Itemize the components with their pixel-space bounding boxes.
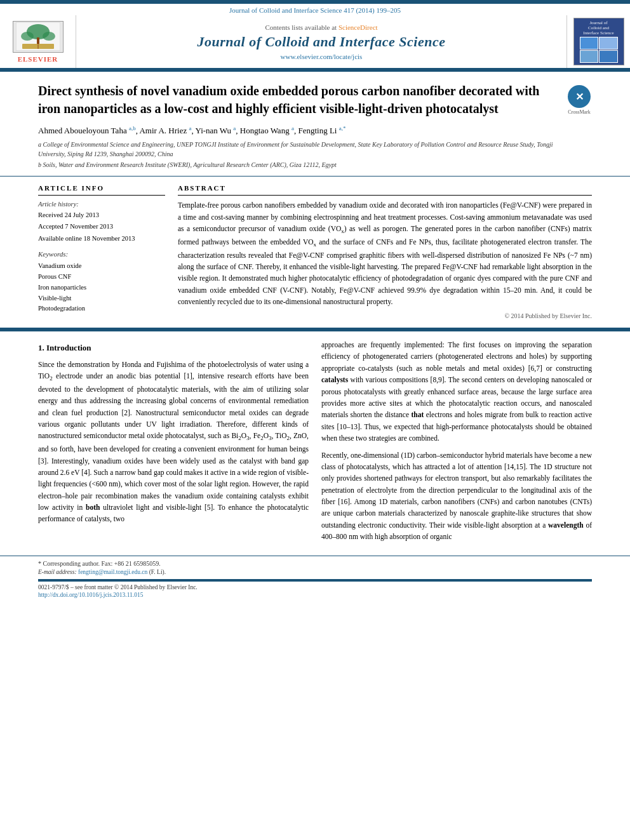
keyword-3: Iron nanoparticles: [38, 283, 165, 293]
keyword-2: Porous CNF: [38, 272, 165, 282]
intro-heading: 1. Introduction: [38, 342, 309, 355]
contents-line: Contents lists available at ScienceDirec…: [265, 23, 377, 31]
keywords-label: Keywords:: [38, 249, 165, 260]
corresponding-note: * Corresponding author. Fax: +86 21 6598…: [38, 560, 592, 567]
elsevier-logo: ELSEVIER: [13, 21, 64, 63]
journal-cover-image: Journal ofColloid andInterface Science: [573, 18, 624, 65]
intro-paragraph-1: Since the demonstration by Honda and Fuj…: [38, 359, 309, 525]
cover-cell-1: [580, 37, 599, 50]
article-title-section: Direct synthesis of novel vanadium oxide…: [0, 72, 630, 177]
cover-cell-3: [580, 50, 599, 63]
journal-citation: Journal of Colloid and Interface Science…: [229, 6, 401, 14]
abstract-heading: ABSTRACT: [178, 183, 592, 196]
journal-link-bar: Journal of Colloid and Interface Science…: [0, 4, 630, 15]
journal-title-header: Journal of Colloid and Interface Science: [198, 34, 446, 50]
keyword-1: Vanadium oxide: [38, 261, 165, 271]
received-date: Received 24 July 2013: [38, 210, 165, 220]
elsevier-graphic: [13, 21, 64, 53]
intro-paragraph-2: approaches are frequently implemented: T…: [321, 339, 592, 444]
issn-note: 0021-9797/$ – see front matter © 2014 Pu…: [38, 584, 592, 590]
right-column: approaches are frequently implemented: T…: [321, 339, 592, 548]
crossmark-badge: ✕ CrossMark: [566, 82, 592, 115]
svg-rect-2: [37, 37, 39, 44]
available-date: Available online 18 November 2013: [38, 234, 165, 244]
authors-line: Ahmed Aboueloyoun Taha a,b, Amir A. Hrie…: [38, 125, 560, 136]
two-col-section: ARTICLE INFO Article history: Received 2…: [0, 177, 630, 329]
cover-cell-2: [599, 37, 618, 50]
keyword-4: Visible-light: [38, 293, 165, 303]
elsevier-logo-section: ELSEVIER: [0, 15, 76, 68]
email-address[interactable]: fengting@mail.tongji.edu.cn: [78, 569, 147, 575]
main-content: 1. Introduction Since the demonstration …: [0, 331, 630, 556]
svg-point-3: [21, 32, 34, 41]
crossmark-icon: ✕: [568, 85, 591, 108]
sciencedirect-link[interactable]: ScienceDirect: [338, 23, 378, 31]
article-info-col: ARTICLE INFO Article history: Received 2…: [38, 183, 165, 321]
header-section: ELSEVIER Contents lists available at Sci…: [0, 15, 630, 69]
footer-divider: [38, 579, 592, 582]
header-right: Journal ofColloid andInterface Science: [566, 15, 630, 68]
article-title-block: Direct synthesis of novel vanadium oxide…: [38, 82, 560, 170]
keyword-5: Photodegradation: [38, 303, 165, 314]
affiliations: a College of Environmental Science and E…: [38, 140, 560, 170]
email-note: E-mail address: fengting@mail.tongji.edu…: [38, 569, 592, 575]
cover-top-text: Journal ofColloid andInterface Science: [583, 20, 613, 36]
cover-cell-4: [599, 50, 618, 63]
svg-point-4: [43, 32, 55, 41]
doi-link[interactable]: http://dx.doi.org/10.1016/j.jcis.2013.11…: [38, 592, 592, 598]
article-title: Direct synthesis of novel vanadium oxide…: [38, 82, 560, 117]
header-center: Contents lists available at ScienceDirec…: [76, 15, 566, 68]
abstract-text: Template-free porous carbon nanofibers e…: [178, 199, 592, 307]
history-label: Article history:: [38, 199, 165, 210]
intro-paragraph-3: Recently, one-dimensional (1D) carbon–se…: [321, 450, 592, 543]
left-column: 1. Introduction Since the demonstration …: [38, 339, 309, 548]
cover-grid: [580, 37, 618, 63]
abstract-col: ABSTRACT Template-free porous carbon nan…: [178, 183, 592, 321]
article-info-heading: ARTICLE INFO: [38, 183, 165, 196]
accepted-date: Accepted 7 November 2013: [38, 222, 165, 232]
page-wrapper: Journal of Colloid and Interface Science…: [0, 0, 630, 602]
affiliation-b: b Soils, Water and Environment Research …: [38, 160, 560, 170]
journal-url: www.elsevier.com/locate/jcis: [281, 53, 363, 60]
affiliation-a: a College of Environmental Science and E…: [38, 140, 560, 159]
page-footer: * Corresponding author. Fax: +86 21 6598…: [0, 556, 630, 602]
copyright-line: © 2014 Published by Elsevier Inc.: [178, 311, 592, 321]
elsevier-name-text: ELSEVIER: [18, 55, 58, 63]
crossmark-label: CrossMark: [568, 109, 591, 115]
